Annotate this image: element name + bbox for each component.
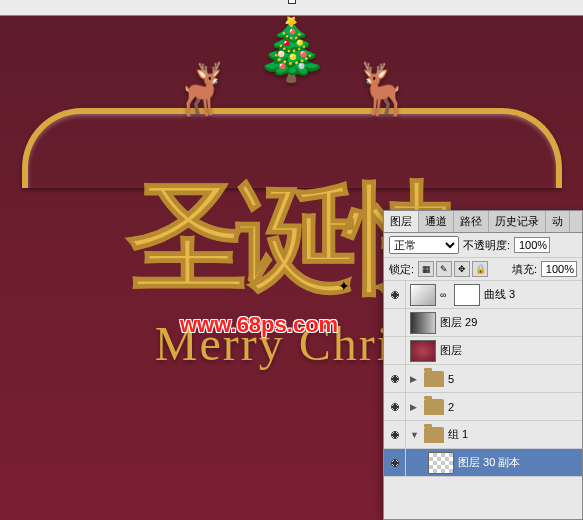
layer-row-29[interactable]: 图层 29 <box>384 309 582 337</box>
visibility-toggle[interactable] <box>384 421 406 448</box>
folder-icon <box>424 427 444 443</box>
lock-position-icon[interactable]: ✥ <box>454 261 470 277</box>
transform-handle-top[interactable] <box>288 0 296 4</box>
watermark-text: www.68ps.com <box>180 312 338 338</box>
collapse-arrow-icon[interactable]: ▼ <box>410 430 420 440</box>
lock-label: 锁定: <box>389 262 414 277</box>
fill-input[interactable] <box>541 261 577 277</box>
layer-thumbnail[interactable] <box>410 284 436 306</box>
link-icon: ∞ <box>440 290 450 300</box>
transform-center-icon[interactable]: ✦ <box>338 278 350 294</box>
tab-actions[interactable]: 动 <box>546 211 570 232</box>
tab-layers[interactable]: 图层 <box>384 211 419 232</box>
visibility-toggle[interactable] <box>384 393 406 420</box>
visibility-toggle[interactable] <box>384 309 406 336</box>
layer-thumbnail[interactable] <box>428 452 454 474</box>
visibility-toggle[interactable] <box>384 449 406 476</box>
lock-all-icon[interactable]: 🔒 <box>472 261 488 277</box>
deer-left-icon: 🦌 <box>170 60 232 118</box>
layers-list: ∞ 曲线 3 图层 29 图层 ▶ <box>384 281 582 506</box>
eye-icon <box>388 402 402 412</box>
deer-right-icon: 🦌 <box>352 60 414 118</box>
layer-name: 图层 29 <box>440 315 477 330</box>
tab-channels[interactable]: 通道 <box>419 211 454 232</box>
expand-arrow-icon[interactable]: ▶ <box>410 402 420 412</box>
blend-mode-select[interactable]: 正常 <box>389 236 459 254</box>
lock-transparency-icon[interactable]: ▦ <box>418 261 434 277</box>
layer-row-30-copy[interactable]: 图层 30 副本 <box>384 449 582 477</box>
opacity-input[interactable] <box>514 237 550 253</box>
layer-row-curves[interactable]: ∞ 曲线 3 <box>384 281 582 309</box>
blend-row: 正常 不透明度: <box>384 233 582 258</box>
layer-row-group-2[interactable]: ▶ 2 <box>384 393 582 421</box>
layer-row-group-5[interactable]: ▶ 5 <box>384 365 582 393</box>
visibility-toggle[interactable] <box>384 281 406 308</box>
layer-thumbnail[interactable] <box>410 340 436 362</box>
fill-label: 填充: <box>512 262 537 277</box>
layer-name: 5 <box>448 373 454 385</box>
lock-row: 锁定: ▦ ✎ ✥ 🔒 填充: <box>384 258 582 281</box>
folder-icon <box>424 371 444 387</box>
tab-paths[interactable]: 路径 <box>454 211 489 232</box>
visibility-toggle[interactable] <box>384 365 406 392</box>
layer-name: 曲线 3 <box>484 287 515 302</box>
layer-name: 图层 30 副本 <box>458 455 520 470</box>
panel-tabs: 图层 通道 路径 历史记录 动 <box>384 211 582 233</box>
opacity-label: 不透明度: <box>463 238 510 253</box>
layer-thumbnail[interactable] <box>410 312 436 334</box>
layer-name: 图层 <box>440 343 462 358</box>
tab-history[interactable]: 历史记录 <box>489 211 546 232</box>
layer-row-layer[interactable]: 图层 <box>384 337 582 365</box>
eye-icon <box>388 430 402 440</box>
eye-icon <box>388 458 402 468</box>
lock-icons: ▦ ✎ ✥ 🔒 <box>418 261 488 277</box>
eye-icon <box>388 290 402 300</box>
layer-name: 2 <box>448 401 454 413</box>
expand-arrow-icon[interactable]: ▶ <box>410 374 420 384</box>
mask-thumbnail[interactable] <box>454 284 480 306</box>
folder-icon <box>424 399 444 415</box>
visibility-toggle[interactable] <box>384 337 406 364</box>
eye-icon <box>388 374 402 384</box>
layer-row-group-1[interactable]: ▼ 组 1 <box>384 421 582 449</box>
lock-brush-icon[interactable]: ✎ <box>436 261 452 277</box>
layer-name: 组 1 <box>448 427 468 442</box>
layers-panel: 图层 通道 路径 历史记录 动 正常 不透明度: 锁定: ▦ ✎ ✥ 🔒 填充:… <box>383 210 583 520</box>
